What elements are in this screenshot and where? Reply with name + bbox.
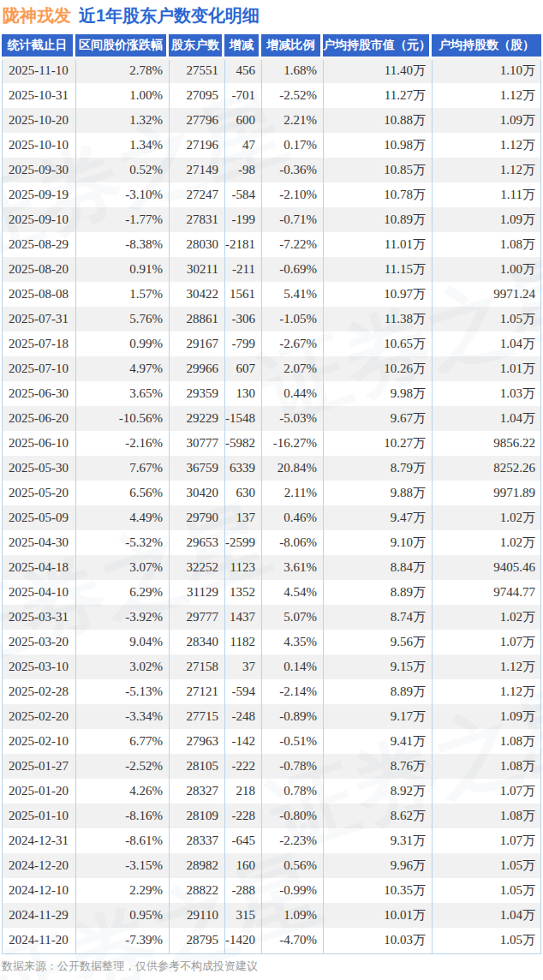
cell-change: 37 (224, 654, 261, 679)
cell-date: 2024-12-31 (2, 828, 75, 853)
table-header-row: 统计截止日区间股价涨跌幅股东户数增减增减比例户均持股市值（元）户均持股数（股） (2, 34, 541, 58)
cell-price-change: 3.07% (75, 555, 169, 580)
table-row: 2025-03-103.02%27158370.14%9.15万1.12万 (2, 654, 541, 679)
column-header: 区间股价涨跌幅 (75, 34, 169, 58)
table-row: 2025-11-102.78%275514561.68%11.40万1.10万 (2, 58, 541, 83)
cell-change-ratio: 0.56% (261, 853, 323, 878)
cell-price-change: -8.16% (75, 804, 169, 828)
cell-holder-count: 28327 (169, 779, 224, 804)
cell-change: -199 (224, 207, 261, 232)
cell-avg-market-value: 9.17万 (323, 704, 432, 729)
cell-date: 2025-08-08 (2, 282, 75, 307)
table-row: 2024-12-31-8.61%28337-645-2.23%9.31万1.07… (2, 828, 541, 853)
cell-change-ratio: -0.71% (261, 207, 323, 232)
cell-change: -2181 (224, 232, 261, 257)
cell-change-ratio: -2.67% (261, 332, 323, 356)
cell-holder-count: 32252 (169, 555, 224, 580)
cell-price-change: -10.56% (75, 406, 169, 431)
cell-avg-market-value: 8.92万 (323, 779, 432, 804)
cell-avg-shares: 1.11万 (432, 182, 541, 207)
cell-price-change: 0.95% (75, 903, 169, 928)
cell-holder-count: 29359 (169, 381, 224, 406)
cell-date: 2025-05-30 (2, 456, 75, 481)
cell-change-ratio: 4.54% (261, 580, 323, 605)
cell-holder-count: 27247 (169, 182, 224, 207)
cell-date: 2025-05-09 (2, 505, 75, 530)
cell-holder-count: 27551 (169, 58, 224, 83)
cell-price-change: -3.10% (75, 182, 169, 207)
cell-holder-count: 27158 (169, 654, 224, 679)
page: 证券之星 证券之星 证券之星 证券之星 证券之星 陇神戎发近1年股东户数变化明细… (0, 0, 543, 980)
cell-holder-count: 27149 (169, 158, 224, 182)
cell-avg-shares: 9971.89 (432, 481, 541, 505)
cell-change-ratio: 20.84% (261, 456, 323, 481)
cell-avg-shares: 1.05万 (432, 307, 541, 332)
cell-holder-count: 27831 (169, 207, 224, 232)
cell-avg-market-value: 9.96万 (323, 853, 432, 878)
cell-change: 1182 (224, 630, 261, 654)
cell-price-change: 1.00% (75, 83, 169, 108)
cell-avg-market-value: 9.88万 (323, 481, 432, 505)
table-row: 2025-07-180.99%29167-799-2.67%10.65万1.04… (2, 332, 541, 356)
cell-change: 315 (224, 903, 261, 928)
cell-avg-market-value: 8.89万 (323, 580, 432, 605)
table-row: 2025-04-30-5.32%29653-2599-8.06%9.10万1.0… (2, 530, 541, 555)
cell-avg-shares: 1.02万 (432, 530, 541, 555)
cell-avg-market-value: 9.15万 (323, 654, 432, 679)
cell-avg-market-value: 11.01万 (323, 232, 432, 257)
cell-change-ratio: 5.07% (261, 605, 323, 630)
cell-date: 2025-03-31 (2, 605, 75, 630)
cell-change-ratio: 2.07% (261, 356, 323, 381)
cell-holder-count: 28030 (169, 232, 224, 257)
cell-change-ratio: -0.69% (261, 257, 323, 282)
table-row: 2025-09-10-1.77%27831-199-0.71%10.89万1.0… (2, 207, 541, 232)
cell-price-change: 7.67% (75, 456, 169, 481)
cell-avg-market-value: 10.65万 (323, 332, 432, 356)
cell-avg-market-value: 8.74万 (323, 605, 432, 630)
cell-avg-shares: 1.08万 (432, 232, 541, 257)
column-header: 户均持股数（股） (432, 34, 541, 58)
cell-holder-count: 31129 (169, 580, 224, 605)
cell-change: 1352 (224, 580, 261, 605)
cell-price-change: -3.92% (75, 605, 169, 630)
cell-avg-market-value: 10.01万 (323, 903, 432, 928)
cell-avg-shares: 1.09万 (432, 108, 541, 133)
cell-date: 2025-02-28 (2, 679, 75, 704)
cell-change-ratio: 1.09% (261, 903, 323, 928)
cell-change-ratio: -0.89% (261, 704, 323, 729)
column-header: 股东户数 (169, 34, 224, 58)
cell-avg-market-value: 9.67万 (323, 406, 432, 431)
table-row: 2025-09-19-3.10%27247-584-2.10%10.78万1.1… (2, 182, 541, 207)
cell-avg-shares: 1.07万 (432, 779, 541, 804)
cell-date: 2025-03-20 (2, 630, 75, 654)
cell-holder-count: 29110 (169, 903, 224, 928)
cell-date: 2025-06-30 (2, 381, 75, 406)
cell-change-ratio: -2.14% (261, 679, 323, 704)
cell-change-ratio: -16.27% (261, 431, 323, 456)
table-row: 2025-01-10-8.16%28109-228-0.80%8.62万1.08… (2, 804, 541, 828)
cell-change: 218 (224, 779, 261, 804)
cell-date: 2025-04-30 (2, 530, 75, 555)
column-header: 统计截止日 (2, 34, 75, 58)
cell-change: 6339 (224, 456, 261, 481)
cell-avg-market-value: 9.31万 (323, 828, 432, 853)
table-row: 2025-08-081.57%3042215615.41%10.97万9971.… (2, 282, 541, 307)
table-row: 2024-12-20-3.15%289821600.56%9.96万1.05万 (2, 853, 541, 878)
cell-holder-count: 28982 (169, 853, 224, 878)
cell-avg-market-value: 10.03万 (323, 928, 432, 953)
cell-date: 2024-11-29 (2, 903, 75, 928)
cell-holder-count: 30211 (169, 257, 224, 282)
cell-date: 2024-12-20 (2, 853, 75, 878)
cell-change: -2599 (224, 530, 261, 555)
cell-avg-market-value: 11.38万 (323, 307, 432, 332)
cell-date: 2025-05-20 (2, 481, 75, 505)
cell-avg-shares: 1.02万 (432, 605, 541, 630)
cell-change: -288 (224, 878, 261, 903)
cell-avg-shares: 1.05万 (432, 928, 541, 953)
cell-date: 2025-08-20 (2, 257, 75, 282)
cell-holder-count: 27715 (169, 704, 224, 729)
table-row: 2025-06-20-10.56%29229-1548-5.03%9.67万1.… (2, 406, 541, 431)
cell-avg-shares: 1.05万 (432, 878, 541, 903)
table-row: 2025-07-315.76%28861-306-1.05%11.38万1.05… (2, 307, 541, 332)
cell-date: 2025-04-10 (2, 580, 75, 605)
